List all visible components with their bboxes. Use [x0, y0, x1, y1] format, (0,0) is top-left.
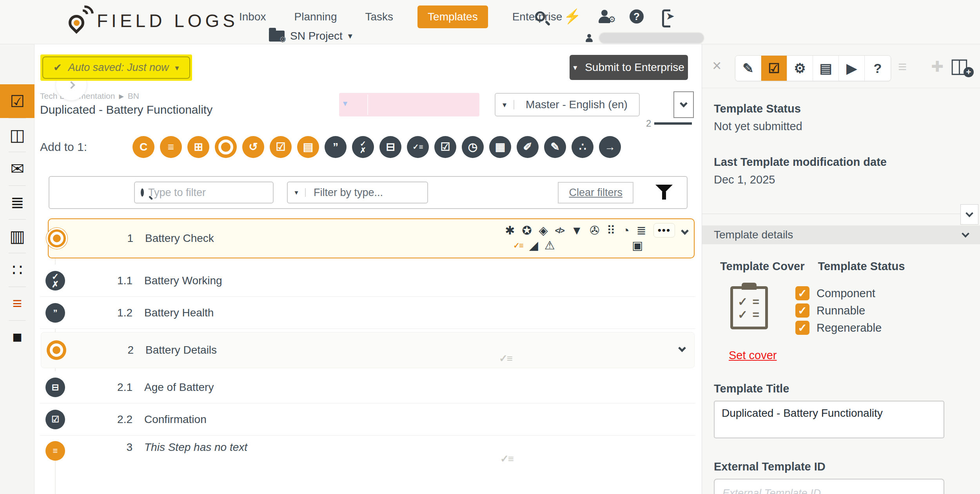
- step-row-1.1[interactable]: ✓ ✗1.1Battery Working: [40, 265, 695, 297]
- filter-icon[interactable]: ▼: [571, 225, 583, 236]
- step-toolbar-bottom: ✓≡◢⚠▣: [513, 240, 643, 251]
- nav-item-inbox[interactable]: Inbox: [235, 5, 270, 28]
- sidebar-item-comments[interactable]: ✉: [0, 152, 34, 185]
- autosave-badge[interactable]: ✔ Auto saved: Just now ▾: [40, 54, 192, 81]
- quote-icon[interactable]: ”: [325, 136, 347, 158]
- divider-chevron-button[interactable]: [960, 204, 978, 225]
- id-card-icon[interactable]: ▣: [632, 240, 643, 251]
- user-settings-icon[interactable]: ⚙: [597, 9, 612, 24]
- user-email-redacted: [599, 33, 704, 44]
- submit-to-enterprise-button[interactable]: ▾ Submit to Enterprise: [570, 55, 688, 80]
- signature-icon[interactable]: ✎: [544, 136, 566, 158]
- sidebar-item-numbered-list-glyph: ≡: [13, 294, 22, 313]
- shield-icon[interactable]: ✪: [522, 225, 532, 236]
- language-select[interactable]: ▾ Master - English (en): [495, 93, 640, 116]
- tags-icon[interactable]: ◈: [539, 225, 548, 236]
- close-icon[interactable]: ×: [712, 58, 721, 73]
- search-input[interactable]: [148, 182, 287, 203]
- template-title-input[interactable]: Duplicated - Battery Functionality: [714, 401, 944, 438]
- ring-icon[interactable]: [47, 340, 66, 360]
- breadcrumb-current[interactable]: BN: [128, 91, 139, 101]
- dropdown-icon[interactable]: ⊟: [379, 136, 401, 158]
- report-tool[interactable]: ▤: [813, 56, 839, 81]
- add-element-icons: C≡⊞↺☑▤”✓ ✗⊟✓≡☑◷▦✐✎∴→: [132, 136, 621, 158]
- run-tool[interactable]: ▶: [839, 56, 865, 81]
- add-column-icon[interactable]: ◫+: [950, 55, 969, 76]
- arrow-icon[interactable]: →: [599, 136, 621, 158]
- set-cover-link[interactable]: Set cover: [729, 349, 777, 362]
- attachment-icon[interactable]: ✇: [590, 225, 599, 236]
- dataset-icon[interactable]: ≣: [637, 225, 646, 236]
- more-options[interactable]: •••: [653, 223, 675, 238]
- arrow-icon-glyph: →: [604, 142, 615, 152]
- search-icon[interactable]: [532, 9, 548, 24]
- nav-item-tasks[interactable]: Tasks: [361, 5, 397, 28]
- media-icon[interactable]: ▤: [297, 136, 319, 158]
- step-row-1[interactable]: 1Battery Check✱✪◈</>▼✇⠿◔≣•••✓≡◢⚠▣: [48, 218, 695, 258]
- code-icon[interactable]: </>: [555, 227, 564, 234]
- loop-icon[interactable]: ↺: [242, 136, 264, 158]
- step-row-1.2[interactable]: ”1.2Battery Health: [40, 297, 695, 329]
- slope-icon[interactable]: ◢: [529, 240, 538, 251]
- share-icon[interactable]: ∴: [572, 136, 593, 158]
- user-account[interactable]: [583, 31, 704, 45]
- sidebar-item-pdf[interactable]: ▥: [0, 219, 34, 253]
- checkbox-icon[interactable]: ☑: [45, 410, 65, 429]
- external-id-input[interactable]: [714, 479, 944, 494]
- sidebar-item-numbered-list[interactable]: ≡: [0, 287, 34, 320]
- yes-no-icon[interactable]: ✓ ✗: [352, 136, 374, 158]
- numlist-icon[interactable]: ≡: [45, 441, 65, 461]
- lightning-icon[interactable]: ⚡: [564, 9, 580, 24]
- funnel-filter-icon[interactable]: [655, 185, 673, 200]
- filter-type-select[interactable]: ▾ Filter by type...: [287, 182, 428, 203]
- dropdown-icon[interactable]: ⊟: [45, 378, 65, 397]
- checklist-icon[interactable]: ✓≡: [513, 242, 523, 249]
- help-icon[interactable]: ?: [629, 9, 644, 24]
- sign-out-icon[interactable]: [661, 9, 677, 24]
- checklist-icon[interactable]: ☑: [270, 136, 292, 158]
- edit-tool[interactable]: ✎: [735, 56, 761, 81]
- ring-icon[interactable]: [46, 228, 67, 249]
- expand-chevron-icon[interactable]: [679, 345, 685, 352]
- quote-icon[interactable]: ”: [45, 303, 65, 323]
- warning-icon[interactable]: ⚠: [544, 240, 555, 251]
- yesno-icon[interactable]: ✓ ✗: [45, 271, 65, 291]
- checkbox-checked-icon[interactable]: ✓: [795, 303, 809, 318]
- multi-checklist-icon[interactable]: ✓≡: [407, 136, 429, 158]
- checkbox-checked-icon[interactable]: ✓: [795, 321, 809, 335]
- mandatory-icon[interactable]: ✱: [505, 225, 515, 236]
- collapse-header-button[interactable]: [673, 91, 694, 118]
- step-row-2.2[interactable]: ☑2.2Confirmation: [40, 403, 695, 436]
- calculator-icon[interactable]: ▦: [489, 136, 511, 158]
- grid-icon[interactable]: ⠿: [606, 225, 615, 236]
- sidebar-item-square[interactable]: ■: [0, 320, 34, 354]
- help-tool[interactable]: ?: [865, 56, 891, 81]
- clock-icon[interactable]: ◷: [462, 136, 484, 158]
- status-checkboxes: ✓Component✓Runnable✓Regenerable: [795, 286, 882, 335]
- project-selector[interactable]: SN Project ▾: [269, 30, 352, 42]
- template-tool[interactable]: ☑: [761, 56, 787, 81]
- sidebar-item-library[interactable]: ◫: [0, 118, 34, 152]
- step-row-2[interactable]: 2Battery Details✓≡: [41, 332, 695, 368]
- nav-item-planning[interactable]: Planning: [290, 5, 341, 28]
- sidebar-item-template[interactable]: ☑: [0, 84, 34, 118]
- step-title: Battery Check: [145, 232, 214, 245]
- measure-icon[interactable]: ✐: [517, 136, 539, 158]
- highlighted-field[interactable]: [339, 93, 479, 116]
- checkbox-icon[interactable]: ☑: [434, 136, 456, 158]
- step-row-3[interactable]: ≡3This Step has no text✓≡: [40, 436, 695, 459]
- sidebar-item-data[interactable]: ≣: [0, 185, 34, 219]
- sidebar-item-steps[interactable]: ∷: [0, 253, 34, 287]
- clear-filters-button[interactable]: Clear filters: [558, 182, 633, 203]
- template-details-accordion[interactable]: Template details: [702, 225, 980, 244]
- checkbox-checked-icon[interactable]: ✓: [795, 286, 809, 300]
- nav-item-templates[interactable]: Templates: [417, 5, 488, 28]
- collapse-chevron[interactable]: [681, 227, 689, 235]
- numbered-list-icon[interactable]: ≡: [160, 136, 182, 158]
- ring-icon[interactable]: [215, 136, 237, 158]
- settings-tool[interactable]: ⚙: [787, 56, 813, 81]
- timer-icon[interactable]: ◔: [622, 225, 629, 236]
- step-row-2.1[interactable]: ⊟2.1Age of Battery: [40, 371, 695, 403]
- section-icon[interactable]: C: [132, 136, 154, 158]
- table-icon[interactable]: ⊞: [187, 136, 209, 158]
